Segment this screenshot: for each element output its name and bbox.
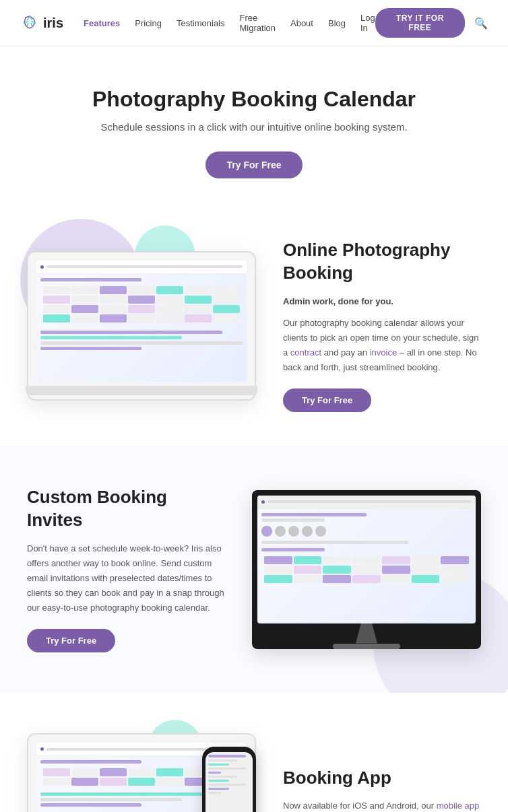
- nav-about[interactable]: About: [290, 18, 313, 28]
- screen-line: [40, 347, 141, 350]
- nav-links: Features Pricing Testimonials Free Migra…: [84, 13, 375, 33]
- cal-cell: [323, 575, 351, 583]
- cal-cell: [213, 314, 240, 323]
- cal-cell: [213, 305, 240, 313]
- step-icons: [261, 526, 472, 537]
- cal-cell: [43, 305, 70, 313]
- cal-cell: [100, 778, 127, 786]
- screen-line: [40, 331, 222, 334]
- monitor-screen: [257, 496, 476, 623]
- cal-cell: [441, 556, 469, 564]
- navbar: iris Features Pricing Testimonials Free …: [0, 0, 508, 46]
- cal-cell: [213, 296, 240, 304]
- hero-subtitle: Schedule sessions in a click with our in…: [27, 121, 481, 133]
- cal-cell: [128, 768, 155, 776]
- screen-line: [40, 278, 141, 281]
- nav-try-free-button[interactable]: TRY IT FOR FREE: [375, 8, 465, 38]
- phone-line: [208, 755, 246, 757]
- app-image:  Download on the App Store ▶ GET IT ON …: [27, 733, 256, 812]
- booking-cta-button[interactable]: Try For Free: [283, 388, 371, 412]
- screen-line: [40, 792, 222, 796]
- phone-line: [208, 788, 229, 790]
- screen-line: [40, 336, 182, 339]
- cal-cell: [185, 305, 212, 313]
- invites-image: [252, 490, 481, 649]
- cal-cell: [185, 296, 212, 304]
- monitor-mockup: [252, 490, 481, 649]
- hero-cta-button[interactable]: Try For Free: [205, 151, 303, 178]
- cal-cell: [264, 566, 292, 574]
- cal-cell: [382, 566, 410, 574]
- booking-content: Online Photography Booking Admin work, d…: [283, 239, 481, 412]
- monitor-stand: [353, 623, 380, 644]
- search-icon: 🔍: [474, 18, 488, 29]
- cal-cell: [43, 768, 70, 776]
- invoice-link[interactable]: invoice: [370, 347, 397, 358]
- screen-line: [261, 513, 367, 516]
- cal-cell: [185, 314, 212, 323]
- phone-line: [208, 792, 221, 794]
- screen-line: [261, 518, 325, 522]
- nav-free-migration[interactable]: Free Migration: [240, 13, 276, 33]
- cal-cell: [128, 778, 155, 786]
- nav-features[interactable]: Features: [84, 18, 120, 28]
- logo-text: iris: [43, 15, 63, 31]
- screen-line: [261, 548, 325, 551]
- step-icon: [302, 526, 313, 537]
- contract-link[interactable]: contract: [290, 347, 321, 358]
- screen-dot: [40, 265, 44, 269]
- phone-line: [208, 759, 237, 762]
- cal-cell: [382, 575, 410, 583]
- screen-line: [40, 803, 141, 807]
- monitor-base: [333, 644, 400, 649]
- cal-cell: [352, 566, 381, 574]
- cal-cell: [412, 556, 440, 564]
- step-icon: [288, 526, 299, 537]
- cal-cell: [412, 575, 440, 583]
- phone-line: [208, 772, 221, 774]
- logo-icon: [20, 13, 39, 32]
- search-button[interactable]: 🔍: [474, 17, 488, 30]
- cal-cell: [352, 556, 381, 564]
- nav-blog[interactable]: Blog: [328, 18, 346, 28]
- phone-line: [208, 764, 229, 766]
- cal-cell: [43, 778, 70, 786]
- cal-cell: [100, 296, 127, 304]
- monitor-body: [257, 509, 476, 623]
- logo[interactable]: iris: [20, 13, 63, 32]
- booking-section: Online Photography Booking Admin work, d…: [0, 205, 508, 446]
- nav-pricing[interactable]: Pricing: [135, 18, 162, 28]
- screen-line: [40, 798, 182, 801]
- mobile-app-link[interactable]: mobile app: [437, 801, 480, 811]
- laptop-base: [26, 386, 257, 395]
- cal-cell: [294, 566, 322, 574]
- booking-body: Our photography booking calendar allows …: [283, 316, 481, 375]
- cal-cell: [128, 286, 155, 294]
- cal-cell: [71, 296, 98, 304]
- app-body: Now available for iOS and Android, our m…: [283, 799, 481, 812]
- cal-cell: [100, 305, 127, 313]
- booking-admin-label: Admin work, done for you.: [283, 294, 481, 309]
- cal-cell: [156, 778, 183, 786]
- hero-section: Photography Booking Calendar Schedule se…: [0, 46, 508, 205]
- phone-mockup: [202, 747, 256, 812]
- invites-cta-button[interactable]: Try For Free: [27, 629, 115, 652]
- step-icon: [315, 526, 326, 537]
- nav-testimonials[interactable]: Testimonials: [177, 18, 225, 28]
- nav-actions: TRY IT FOR FREE 🔍: [375, 8, 488, 38]
- phone-line: [208, 780, 229, 782]
- cal-cell: [213, 286, 240, 294]
- cal-cell: [128, 314, 155, 323]
- cal-cell: [441, 575, 469, 583]
- cal-cell: [43, 296, 70, 304]
- screen-body: [36, 274, 247, 382]
- invites-section: Custom Booking Invites Don't have a set …: [0, 446, 508, 693]
- cal-cell: [382, 556, 410, 564]
- cal-cell: [71, 778, 98, 786]
- screen-url-bar: [46, 265, 243, 268]
- calendar-mini: [40, 283, 243, 325]
- cal-cell: [264, 575, 292, 583]
- cal-cell: [71, 286, 98, 294]
- nav-login[interactable]: Log In: [360, 13, 375, 33]
- cal-cell: [43, 314, 70, 323]
